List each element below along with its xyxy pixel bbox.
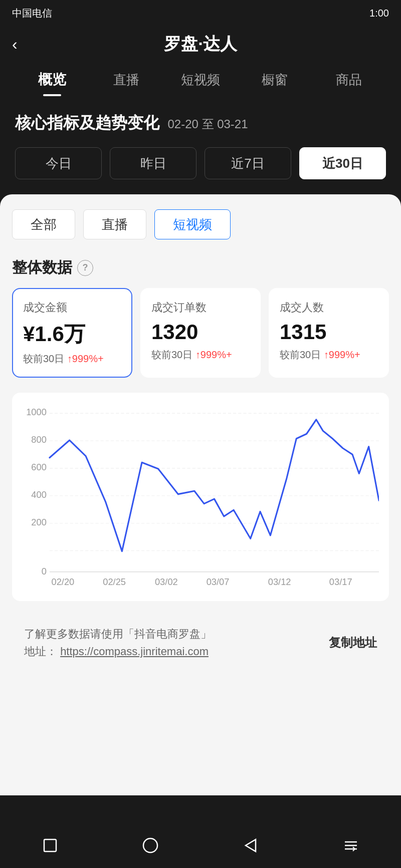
svg-text:400: 400	[31, 489, 47, 500]
metric-label-amount: 成交金额	[23, 300, 121, 315]
svg-text:03/12: 03/12	[268, 576, 291, 587]
date-range: 02-20 至 03-21	[167, 117, 248, 131]
carrier-label: 中国电信	[12, 7, 52, 20]
svg-text:03/17: 03/17	[329, 576, 352, 587]
svg-point-20	[143, 838, 157, 852]
data-section-title: 整体数据 ?	[12, 257, 389, 278]
svg-text:03/07: 03/07	[207, 576, 230, 587]
svg-marker-21	[246, 839, 256, 851]
date-btn-30days[interactable]: 近30日	[299, 147, 386, 179]
section-title: 核心指标及趋势变化	[15, 114, 159, 132]
svg-text:1000: 1000	[26, 407, 47, 417]
svg-text:02/25: 02/25	[103, 576, 126, 587]
bottom-nav	[0, 823, 401, 868]
metric-value-buyers: 1315	[280, 320, 378, 344]
sub-filters: 全部 直播 短视频	[12, 209, 389, 239]
svg-text:600: 600	[31, 462, 47, 472]
nav-square-button[interactable]	[35, 830, 65, 860]
metric-change-orders: 较前30日 ↑999%+	[151, 348, 250, 362]
nav-tab-short-video[interactable]: 短视频	[163, 66, 238, 94]
help-icon[interactable]: ?	[77, 260, 93, 276]
sub-btn-short-video[interactable]: 短视频	[154, 209, 231, 239]
chart-wrapper: 1000 800 600 400 200 0 02/20 02/25 03/02…	[22, 403, 379, 593]
date-btn-7days[interactable]: 近7日	[205, 147, 291, 179]
card-area: 全部 直播 短视频 整体数据 ? 成交金额 ¥1.6万 较前30日 ↑999%+…	[0, 194, 401, 795]
svg-text:800: 800	[31, 434, 47, 445]
metric-label-orders: 成交订单数	[151, 300, 250, 315]
metric-change-buyers: 较前30日 ↑999%+	[280, 348, 378, 362]
status-bar: 中国电信 1:00	[0, 0, 401, 26]
sub-btn-all[interactable]: 全部	[12, 209, 75, 239]
back-button[interactable]: ‹	[12, 35, 18, 54]
metric-card-orders[interactable]: 成交订单数 1320 较前30日 ↑999%+	[140, 288, 261, 378]
info-banner: 了解更多数据请使用「抖音电商罗盘」 地址： https://compass.ji…	[12, 613, 389, 672]
svg-text:03/02: 03/02	[155, 576, 178, 587]
svg-text:02/20: 02/20	[51, 576, 74, 587]
nav-home-button[interactable]	[135, 830, 165, 860]
info-text: 了解更多数据请使用「抖音电商罗盘」 地址： https://compass.ji…	[24, 625, 212, 660]
metrics-row: 成交金额 ¥1.6万 较前30日 ↑999%+ 成交订单数 1320 较前30日…	[12, 288, 389, 378]
section-title-bar: 核心指标及趋势变化 02-20 至 03-21	[0, 97, 401, 142]
chart-container: 1000 800 600 400 200 0 02/20 02/25 03/02…	[12, 393, 389, 601]
time-label: 1:00	[369, 8, 389, 19]
page-title: 罗盘·达人	[164, 33, 237, 56]
date-btn-today[interactable]: 今日	[15, 147, 102, 179]
svg-text:0: 0	[42, 566, 47, 576]
sub-btn-live[interactable]: 直播	[83, 209, 146, 239]
date-btn-yesterday[interactable]: 昨日	[110, 147, 196, 179]
header: ‹ 罗盘·达人	[0, 26, 401, 62]
nav-back-button[interactable]	[236, 830, 266, 860]
nav-tab-live[interactable]: 直播	[89, 66, 163, 94]
metric-card-amount[interactable]: 成交金额 ¥1.6万 较前30日 ↑999%+	[12, 288, 132, 378]
copy-address-button[interactable]: 复制地址	[329, 635, 377, 651]
nav-tab-overview[interactable]: 概览	[15, 65, 89, 94]
compass-link[interactable]: https://compass.jinritemai.com	[60, 645, 209, 658]
date-filters: 今日 昨日 近7日 近30日	[0, 142, 401, 194]
nav-tab-showcase[interactable]: 橱窗	[238, 66, 312, 94]
metric-label-buyers: 成交人数	[280, 300, 378, 315]
svg-rect-19	[44, 839, 56, 851]
svg-text:200: 200	[31, 517, 47, 527]
nav-tab-products[interactable]: 商品	[312, 66, 386, 94]
metric-card-buyers[interactable]: 成交人数 1315 较前30日 ↑999%+	[269, 288, 389, 378]
chart-svg: 1000 800 600 400 200 0 02/20 02/25 03/02…	[22, 403, 379, 593]
metric-change-amount: 较前30日 ↑999%+	[23, 352, 121, 366]
metric-value-orders: 1320	[151, 320, 250, 344]
nav-menu-button[interactable]	[336, 830, 366, 860]
metric-value-amount: ¥1.6万	[23, 320, 121, 348]
nav-tabs: 概览 直播 短视频 橱窗 商品	[0, 62, 401, 97]
